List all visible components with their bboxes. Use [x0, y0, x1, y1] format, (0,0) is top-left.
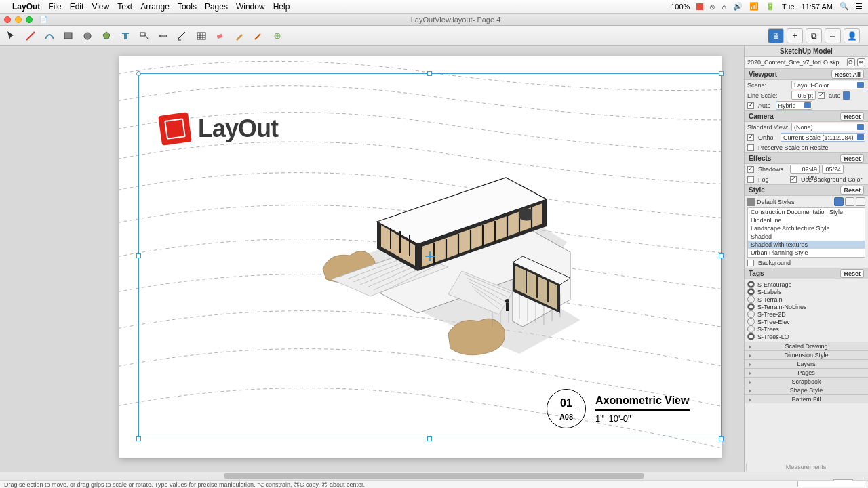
tag-item[interactable]: S-Trees-LO: [747, 333, 865, 340]
tags-reset-button[interactable]: Reset: [840, 269, 864, 278]
camera-section[interactable]: Camera Reset: [745, 110, 868, 122]
style-tool[interactable]: [232, 28, 247, 43]
dimension-tool[interactable]: [156, 28, 171, 43]
tag-visibility-toggle[interactable]: [747, 310, 755, 318]
panel-pattern-fill[interactable]: Pattern Fill: [745, 394, 868, 403]
shadows-date-field[interactable]: 05/24: [822, 165, 844, 174]
resize-handle-bl[interactable]: [136, 436, 141, 441]
rectangle-tool[interactable]: [61, 28, 76, 43]
circle-tool[interactable]: [80, 28, 95, 43]
viewport-section[interactable]: Viewport Reset All: [745, 68, 868, 80]
panel-dimension-style[interactable]: Dimension Style: [745, 350, 868, 359]
menu-help[interactable]: Help: [273, 2, 290, 12]
text-tool[interactable]: [118, 28, 133, 43]
style-list-button[interactable]: [845, 197, 854, 206]
reload-model-button[interactable]: ⟳: [847, 58, 855, 66]
style-item[interactable]: Shaded: [748, 232, 865, 241]
style-item-selected[interactable]: Shaded with textures: [748, 241, 865, 249]
presentation-button[interactable]: 🖥: [768, 28, 784, 43]
menu-pages[interactable]: Pages: [205, 2, 228, 12]
background-check[interactable]: [747, 260, 754, 266]
style-nav-button[interactable]: [834, 197, 844, 206]
render-auto-check[interactable]: [747, 102, 754, 109]
tag-visibility-toggle[interactable]: [747, 288, 755, 296]
minimize-window-button[interactable]: [15, 16, 22, 23]
search-icon[interactable]: 🔍: [840, 2, 849, 11]
fog-check[interactable]: [747, 176, 754, 183]
tag-item[interactable]: S-Labels: [747, 288, 865, 296]
viewport-selection[interactable]: [138, 73, 722, 439]
style-grid-button[interactable]: [856, 197, 865, 206]
close-window-button[interactable]: [4, 16, 11, 23]
tags-section[interactable]: Tags Reset: [745, 268, 868, 279]
clock-day[interactable]: Tue: [782, 3, 795, 11]
scroll-thumb[interactable]: [224, 473, 644, 479]
camera-reset-button[interactable]: Reset: [840, 112, 864, 121]
tag-item[interactable]: S-Terrain-NoLines: [747, 303, 865, 310]
viewport-reset-button[interactable]: Reset All: [831, 70, 864, 79]
style-list[interactable]: Construction Documentation Style HiddenL…: [747, 207, 865, 258]
person-button[interactable]: 👤: [844, 28, 860, 43]
add-page-button[interactable]: ＋: [787, 28, 803, 43]
style-section[interactable]: Style Reset: [745, 184, 868, 196]
menu-text[interactable]: Text: [117, 2, 132, 12]
effects-reset-button[interactable]: Reset: [840, 154, 864, 163]
app-name[interactable]: LayOut: [12, 2, 40, 12]
menu-view[interactable]: View: [92, 2, 109, 12]
zoom-window-button[interactable]: [26, 16, 33, 23]
tag-item[interactable]: S-Tree-Elev: [747, 318, 865, 325]
panel-pages[interactable]: Pages: [745, 368, 868, 377]
select-tool[interactable]: [4, 28, 19, 43]
fog-bg-check[interactable]: [790, 176, 797, 183]
stdview-dropdown[interactable]: (None): [791, 123, 865, 131]
shadows-time-field[interactable]: 02:49 PM: [790, 165, 820, 174]
horizontal-scrollbar[interactable]: Measurements: [0, 472, 868, 480]
panel-scaled-drawing[interactable]: Scaled Drawing: [745, 342, 868, 350]
status-icon-1[interactable]: ⎋: [710, 3, 715, 11]
menu-edit[interactable]: Edit: [70, 2, 84, 12]
line-tool[interactable]: [23, 28, 38, 43]
tag-item[interactable]: S-Entourage: [747, 281, 865, 288]
style-item[interactable]: HiddenLine: [748, 216, 865, 224]
status-icon-2[interactable]: ⌂: [722, 3, 726, 11]
zoom-status[interactable]: 100%: [671, 3, 690, 11]
canvas[interactable]: LayOut: [0, 46, 744, 472]
split-tool[interactable]: [251, 28, 266, 43]
duplicate-page-button[interactable]: ⧉: [806, 28, 822, 43]
resize-handle-tl[interactable]: [136, 71, 141, 76]
join-tool[interactable]: [270, 28, 285, 43]
panel-scrapbook[interactable]: Scrapbook: [745, 377, 868, 386]
shadows-check[interactable]: [747, 166, 754, 173]
style-reset-button[interactable]: Reset: [840, 186, 864, 195]
resize-handle-rc[interactable]: [719, 253, 724, 258]
selection-center[interactable]: [425, 251, 435, 261]
menu-window[interactable]: Window: [236, 2, 265, 12]
scene-dropdown[interactable]: Layout-Color: [791, 81, 865, 89]
tag-visibility-toggle[interactable]: [747, 296, 755, 303]
tag-visibility-toggle[interactable]: [747, 325, 755, 333]
render-mode-dropdown[interactable]: Hybrid: [776, 101, 812, 110]
resize-handle-lc[interactable]: [136, 253, 141, 258]
linescale-stepper[interactable]: [843, 92, 850, 100]
style-item[interactable]: Landscape Architecture Style: [748, 224, 865, 232]
ortho-check[interactable]: [747, 134, 754, 141]
resize-handle-tr[interactable]: [719, 71, 724, 76]
panel-shape-style[interactable]: Shape Style: [745, 386, 868, 394]
record-icon[interactable]: [696, 3, 703, 10]
tag-item[interactable]: S-Terrain: [747, 296, 865, 303]
tag-visibility-toggle[interactable]: [747, 281, 755, 288]
label-tool[interactable]: [137, 28, 152, 43]
menu-file[interactable]: File: [48, 2, 61, 12]
menu-arrange[interactable]: Arrange: [140, 2, 170, 12]
ortho-scale-dropdown[interactable]: Current Scale (1:112.984): [781, 133, 865, 142]
linescale-auto-check[interactable]: [818, 92, 825, 99]
unlink-model-button[interactable]: ⚮: [857, 58, 865, 66]
volume-icon[interactable]: 🔊: [733, 2, 743, 11]
style-item[interactable]: Construction Documentation Style: [748, 208, 865, 216]
resize-handle-bc[interactable]: [427, 436, 432, 441]
table-tool[interactable]: [194, 28, 209, 43]
polygon-tool[interactable]: [99, 28, 114, 43]
measurements-field[interactable]: [797, 481, 865, 487]
menu-icon[interactable]: ☰: [856, 2, 863, 11]
tag-visibility-toggle[interactable]: [747, 333, 755, 340]
